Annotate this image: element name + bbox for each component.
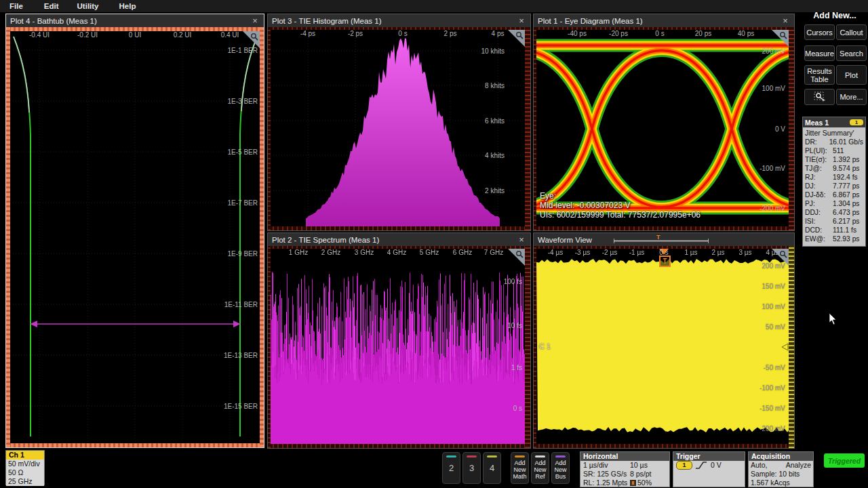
plot-window-eye: Plot 1 - Eye Diagram (Meas 1) × 200 mV10… [533, 14, 795, 231]
bathtub-plot-area[interactable]: 1E-1 BER1E-3 BER1E-5 BER1E-7 BER1E-9 BER… [10, 31, 260, 443]
meas-label: TIE(σ): [805, 155, 833, 164]
menu-utility[interactable]: Utility [77, 2, 99, 10]
eye-plot-area[interactable]: 200 mV100 mV0 V-100 mV-200 mV -40 ps-20 … [536, 30, 789, 226]
plot-window-histogram: Plot 3 - TIE Histogram (Meas 1) × 10 khi… [267, 14, 531, 231]
plot-spectrum-title: Plot 2 - TIE Spectrum (Meas 1) [272, 236, 379, 244]
add-new-ref-button[interactable]: Add New Ref [531, 452, 549, 484]
oscilloscope-screen: File Edit Utility Help Plot 4 - Bathtub … [0, 0, 868, 488]
waveform-view-window: Waveform View T C 1 T 200 mV150 mV100 mV… [533, 232, 795, 449]
acq-count: 1.567 kAcqs [749, 479, 813, 487]
plot-bathtub-titlebar[interactable]: Plot 4 - Bathtub (Meas 1) × [6, 14, 264, 27]
waveform-plot-area[interactable]: C 1 T 200 mV150 mV100 mV50 mV-50 mV-100 … [536, 249, 789, 444]
triggered-status-button[interactable]: Triggered [824, 453, 865, 468]
channel1-badge-panel[interactable]: Ch 1 50 mV/div 50 Ω 25 GHz [5, 450, 45, 485]
menu-edit[interactable]: Edit [44, 2, 59, 10]
meas-value: 52.93 ps [833, 235, 863, 243]
add-plot-button[interactable]: Plot [836, 65, 867, 85]
meas-result-row: PL(UI):511 [805, 146, 863, 155]
acquisition-settings-panel[interactable]: Acquisition Auto,Analyze Sample: 10 bits… [748, 451, 814, 487]
meas-value: 7.777 ps [833, 182, 863, 190]
ruler [260, 27, 264, 447]
plot-eye-close-icon[interactable]: × [781, 16, 790, 25]
menu-file[interactable]: File [9, 2, 23, 10]
ruler [789, 27, 794, 230]
channel2-button[interactable]: 2 [442, 452, 460, 484]
add-new-bus-button[interactable]: Add New Bus [551, 452, 570, 484]
position-percent: 50% [637, 479, 652, 487]
horizontal-settings-panel[interactable]: Horizontal 1 µs/div10 µs SR: 125 GS/s8 p… [580, 451, 670, 487]
meas-label: PL(UI): [805, 146, 833, 155]
spectrum-plot-area[interactable]: 100 fs10 fs1 fs0 s 1 GHz2 GHz3 GHz4 GHz5… [271, 249, 525, 444]
meas-value: 111.1 fs [833, 226, 863, 235]
add-new-math-button[interactable]: Add New Math [511, 452, 529, 484]
channel2-label: 2 [449, 463, 454, 473]
trigger-position-arrow-icon[interactable] [659, 249, 669, 255]
histogram-plot-area[interactable]: 10 khits8 khits6 khits4 khits2 khits -4 … [271, 30, 525, 226]
meas-result-row: DDJ:6.473 ps [805, 208, 863, 217]
meas-value: 9.574 ps [833, 164, 863, 173]
add-search-button[interactable]: Search [836, 45, 867, 61]
plot-histogram-title: Plot 3 - TIE Histogram (Meas 1) [272, 17, 381, 25]
add-cursors-button[interactable]: Cursors [804, 24, 835, 40]
spectrum-trace [271, 249, 525, 444]
ruler [268, 226, 530, 230]
meas1-results-panel[interactable]: Meas 1 1 Jitter Summary' DR:16.01 Gb/sPL… [802, 117, 866, 247]
waveform-titlebar[interactable]: Waveform View T [534, 233, 794, 246]
plot-histogram-close-icon[interactable]: × [517, 16, 526, 25]
add-callout-button[interactable]: Callout [836, 24, 867, 40]
meas-label: EW@: [805, 235, 833, 243]
meas-result-row: RJ:192.4 fs [805, 173, 863, 182]
plot-bathtub-close-icon[interactable]: × [250, 16, 260, 25]
add-measure-button[interactable]: Measure [804, 45, 835, 61]
slider-trigger-marker: T [656, 234, 660, 241]
add-new-math-label: Add New Math [511, 460, 528, 480]
channel1-waveform-trace [536, 249, 789, 444]
channel3-button[interactable]: 3 [462, 452, 481, 484]
meas-label: DJ-δδ: [805, 190, 833, 199]
trigger-settings-panel[interactable]: Trigger 1 0 V [673, 451, 745, 487]
channel1-bandwidth: 25 GHz [6, 477, 44, 486]
meas1-title: Meas 1 [805, 119, 829, 127]
meas-result-row: TJ@:9.574 ps [805, 164, 863, 173]
plot-eye-title: Plot 1 - Eye Diagram (Meas 1) [538, 17, 643, 25]
eye-midlevel-value: Mid-level: -0.00307023 V [540, 201, 630, 210]
zoom-overview-button[interactable] [804, 89, 835, 105]
resolution: 8 ps/pt [630, 470, 667, 479]
channel1-name: Ch 1 [6, 451, 44, 460]
horizontal-title: Horizontal [580, 452, 669, 461]
meas-label: DCD: [805, 226, 833, 235]
ruler [534, 444, 794, 448]
position-ref-icon [630, 480, 636, 486]
plot-bathtub-title: Plot 4 - Bathtub (Meas 1) [10, 17, 97, 25]
plot-spectrum-titlebar[interactable]: Plot 2 - TIE Spectrum (Meas 1) × [268, 233, 530, 246]
eye-diagram-trace [536, 30, 789, 226]
meas-result-row: DJ-δδ:6.867 ps [805, 190, 863, 199]
add-new-bus-label: Add New Bus [552, 460, 569, 480]
add-results-table-button[interactable]: Results Table [804, 65, 835, 85]
meas-result-row: DJ:7.777 ps [805, 182, 863, 190]
more-button[interactable]: More... [836, 89, 867, 105]
channel4-color-stripe [487, 455, 497, 458]
meas-value: 6.217 ps [833, 217, 863, 226]
rising-edge-icon [696, 461, 707, 470]
math-color-stripe [515, 455, 525, 458]
meas1-body: Jitter Summary' DR:16.01 Gb/sPL(UI):511T… [803, 127, 865, 246]
menu-help[interactable]: Help [119, 2, 136, 10]
jitter-summary-title: Jitter Summary' [805, 128, 863, 138]
plot-histogram-titlebar[interactable]: Plot 3 - TIE Histogram (Meas 1) × [268, 14, 530, 27]
channel4-button[interactable]: 4 [483, 452, 501, 484]
acq-mode: Auto, [751, 461, 768, 470]
plot-spectrum-close-icon[interactable]: × [517, 235, 526, 244]
channel1-scale: 50 mV/div [6, 460, 44, 468]
meas1-header[interactable]: Meas 1 1 [803, 117, 865, 127]
meas-value: 16.01 Gb/s [829, 138, 863, 146]
channel2-color-stripe [446, 455, 456, 458]
waveform-title: Waveform View [538, 236, 592, 244]
channel-reference-arrow-icon [781, 343, 789, 351]
add-new-ref-label: Add New Ref [532, 460, 549, 480]
trigger-position-badge[interactable]: T [659, 256, 671, 267]
record-length: RL: 1.25 Mpts [583, 479, 630, 487]
ref-color-stripe [535, 455, 545, 458]
plot-eye-titlebar[interactable]: Plot 1 - Eye Diagram (Meas 1) × [534, 14, 794, 27]
meas-label: DDJ: [805, 208, 833, 217]
